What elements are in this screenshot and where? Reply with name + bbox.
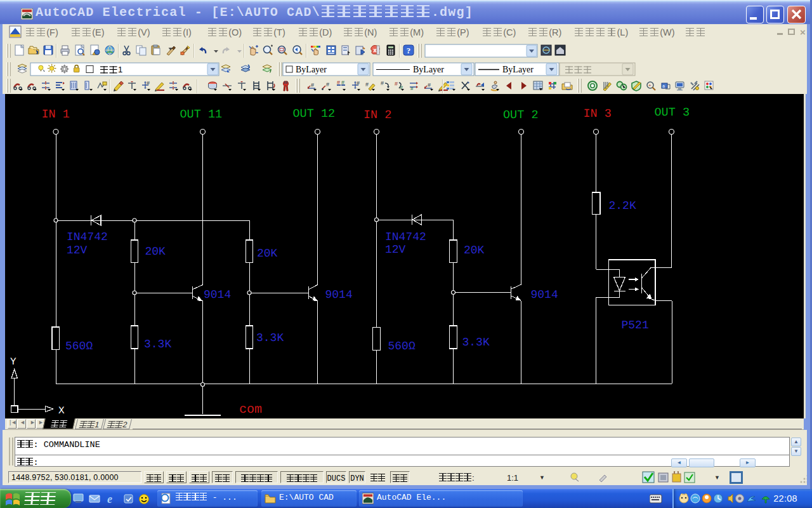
svg-text:20K: 20K (257, 248, 278, 260)
svg-text:Y: Y (10, 356, 16, 368)
svg-text:560Ω: 560Ω (388, 340, 416, 353)
svg-text:#: # (147, 80, 150, 86)
svg-text:IN4742: IN4742 (385, 231, 426, 244)
svg-text:X: X (58, 405, 65, 417)
svg-text:560Ω: 560Ω (65, 340, 93, 353)
svg-text:#: # (381, 80, 384, 86)
svg-text:#: # (410, 86, 414, 91)
svg-text:OUT 2: OUT 2 (503, 109, 539, 122)
svg-text:9014: 9014 (325, 289, 353, 302)
svg-text:P521: P521 (622, 319, 649, 332)
svg-text:OUT 11: OUT 11 (180, 108, 223, 121)
svg-text:#: # (311, 82, 314, 88)
svg-text:+: + (648, 83, 652, 88)
svg-text:OUT 3: OUT 3 (655, 106, 690, 119)
svg-text:ByLayer: ByLayer (502, 65, 534, 74)
svg-text:20K: 20K (145, 246, 166, 258)
svg-text:IN 3: IN 3 (584, 107, 612, 121)
svg-text:ByLayer: ByLayer (413, 65, 444, 74)
svg-text:#: # (428, 82, 431, 88)
svg-text:#: # (326, 81, 329, 88)
svg-text:9014: 9014 (531, 289, 558, 302)
svg-text:20K: 20K (464, 244, 485, 257)
svg-text:IN4742: IN4742 (67, 231, 108, 244)
svg-text:#: # (337, 79, 340, 86)
svg-text:OUT 12: OUT 12 (293, 107, 336, 121)
svg-text:#: # (357, 80, 360, 86)
svg-text:IN 2: IN 2 (363, 109, 391, 122)
svg-text:1: 1 (118, 65, 122, 74)
svg-text:a: a (662, 84, 665, 88)
svg-text:?: ? (407, 46, 411, 55)
svg-text:3.3K: 3.3K (256, 332, 284, 345)
svg-text:2.2K: 2.2K (609, 200, 636, 213)
svg-text:12V: 12V (385, 244, 406, 257)
svg-text:3.3K: 3.3K (144, 338, 171, 351)
svg-text:IN 1: IN 1 (42, 108, 70, 121)
svg-text:#: # (395, 81, 398, 87)
svg-text:com: com (239, 403, 262, 417)
svg-text:#: # (365, 81, 369, 88)
svg-text:e: e (107, 493, 112, 505)
svg-text:#: # (341, 79, 344, 86)
svg-text:9014: 9014 (204, 289, 231, 302)
svg-text:12V: 12V (67, 244, 88, 257)
svg-text:3.3K: 3.3K (462, 337, 490, 349)
svg-text:ByLayer: ByLayer (296, 65, 327, 74)
